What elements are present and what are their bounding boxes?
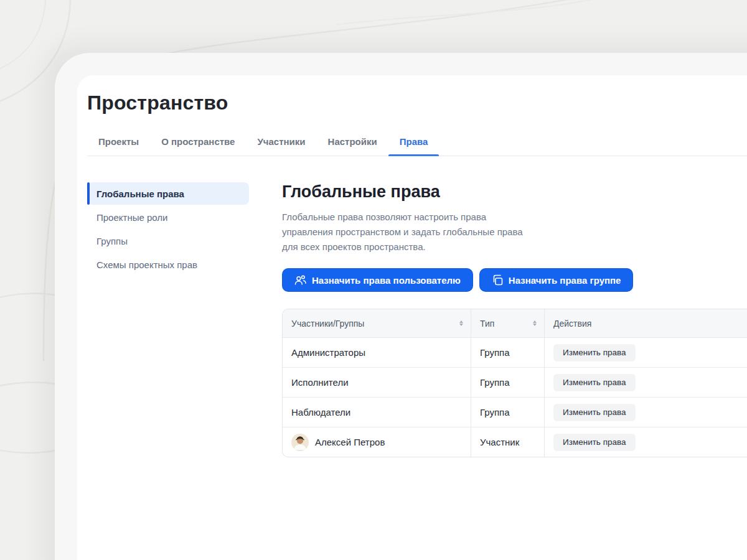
column-header-type[interactable]: Тип [471,309,545,337]
assign-rights-to-group-button[interactable]: Назначить права группе [479,268,634,292]
member-name: Алексей Петров [315,437,385,447]
edit-rights-button[interactable]: Изменить права [553,374,636,391]
member-type: Группа [480,377,510,388]
edit-rights-button[interactable]: Изменить права [553,404,636,421]
tab-projects[interactable]: Проекты [87,136,150,156]
button-label: Назначить права группе [509,275,621,286]
column-header-label: Участники/Группы [291,319,364,329]
users-icon [294,275,306,286]
member-name-cell: Администраторы [283,338,471,367]
member-name-cell: Наблюдатели [283,398,471,427]
edit-rights-button[interactable]: Изменить права [553,434,636,451]
sidebar-item-project-roles[interactable]: Проектные роли [87,206,249,228]
actions-cell: Изменить права [545,338,747,367]
section-description: Глобальные права позволяют настроить пра… [282,210,526,254]
sidebar-item-label: Схемы проектных прав [96,259,197,270]
table-row: Наблюдатели Группа Изменить права [283,397,747,427]
rights-sidebar: Глобальные права Проектные роли Группы С… [87,182,249,457]
user-avatar [291,434,309,451]
tab-about-space[interactable]: О пространстве [150,136,246,156]
tab-members[interactable]: Участники [246,136,316,156]
member-name: Исполнители [291,377,349,388]
actions-cell: Изменить права [545,398,747,427]
sidebar-item-label: Проектные роли [96,212,167,223]
member-type-cell: Участник [471,427,545,457]
table-row: Исполнители Группа Изменить права [283,367,747,397]
actions-row: Назначить права пользователю Назначить п… [282,268,747,292]
member-type-cell: Группа [471,398,545,427]
column-header-members-groups[interactable]: Участники/Группы [283,309,471,337]
member-type-cell: Группа [471,338,545,367]
member-name-cell: Алексей Петров [283,427,471,457]
main-content: Глобальные права Глобальные права позвол… [282,182,747,457]
member-name: Наблюдатели [291,407,350,418]
table-row: Администраторы Группа Изменить права [283,337,747,367]
sort-icon[interactable] [533,320,537,326]
assign-rights-to-user-button[interactable]: Назначить права пользователю [282,268,473,292]
table-row: Алексей Петров Участник Изменить права [283,427,747,457]
table-header-row: Участники/Группы Тип Действия [283,309,747,337]
tab-settings[interactable]: Настройки [317,136,388,156]
member-type: Группа [480,347,510,358]
page-title: Пространство [87,91,747,114]
column-header-label: Тип [480,319,494,329]
member-name-cell: Исполнители [283,368,471,397]
sidebar-item-groups[interactable]: Группы [87,230,249,252]
edit-rights-button[interactable]: Изменить права [553,344,636,362]
sidebar-item-rights-schemes[interactable]: Схемы проектных прав [87,253,249,276]
column-header-actions: Действия [545,309,747,337]
member-type: Группа [480,407,510,418]
member-type: Участник [480,437,519,447]
member-type-cell: Группа [471,368,545,397]
page-card: Пространство Проекты О пространстве Учас… [77,75,747,560]
member-name: Администраторы [291,347,365,358]
sidebar-item-label: Группы [96,236,128,246]
section-heading: Глобальные права [282,182,747,202]
button-label: Назначить права пользователю [312,275,461,286]
sidebar-item-global-rights[interactable]: Глобальные права [87,182,249,205]
rights-table: Участники/Группы Тип Действия Администра… [282,309,747,457]
column-header-label: Действия [553,319,591,329]
tab-bar: Проекты О пространстве Участники Настрой… [87,136,747,156]
actions-cell: Изменить права [545,368,747,397]
copy-icon [492,274,503,286]
sidebar-item-label: Глобальные права [96,189,184,199]
actions-cell: Изменить права [545,427,747,457]
tab-rights[interactable]: Права [388,136,439,156]
sort-icon[interactable] [459,320,463,326]
active-accent-bar [87,182,90,205]
